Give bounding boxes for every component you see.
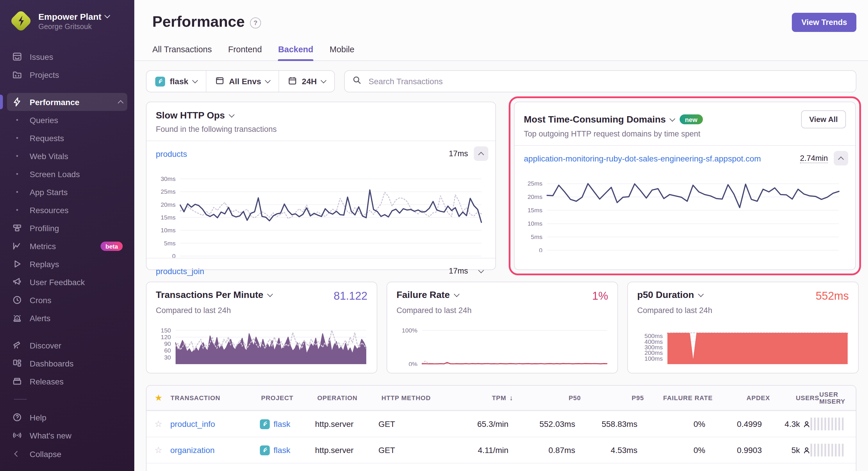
transaction-link-products[interactable]: products [156,149,187,158]
sidebar-item-replays[interactable]: Replays [7,255,127,273]
calendar-icon [288,76,297,87]
chevron-left-icon [12,452,22,456]
sidebar-item-issues[interactable]: Issues [7,47,127,66]
collapse-row-button[interactable] [474,146,488,161]
sidebar-item-label: What's new [30,431,71,440]
chevron-down-icon [267,291,273,297]
col-p95[interactable]: P95 [581,394,644,401]
sidebar-item-help[interactable]: Help [7,408,127,426]
sidebar-item-requests[interactable]: Requests [7,129,127,147]
sidebar-item-profiling[interactable]: Profiling [7,219,127,237]
failure-rate-title-dropdown[interactable]: Failure Rate [397,290,458,300]
col-user-misery[interactable]: USER MISERY [819,391,856,405]
operation-cell: http.server [315,445,378,455]
slow-http-ops-title-dropdown[interactable]: Slow HTTP Ops [156,110,234,121]
svg-text:20ms: 20ms [161,201,176,208]
sidebar-item-performance[interactable]: Performance [7,93,127,111]
transaction-link[interactable]: product_info [170,419,215,429]
view-trends-button[interactable]: View Trends [792,13,856,32]
domain-link[interactable]: application-monitoring-ruby-dot-sales-en… [524,154,761,163]
col-failure-rate[interactable]: FAILURE RATE [644,394,713,401]
sidebar-item-label: Issues [30,52,53,61]
sidebar-item-alerts[interactable]: Alerts [7,309,127,327]
sidebar-item-user-feedback[interactable]: User Feedback [7,273,127,291]
col-users[interactable]: USERS [770,394,819,401]
sidebar-item-whats-new[interactable]: What's new [7,426,127,444]
sidebar-item-label: Screen Loads [30,169,80,178]
page-header: Performance ? View Trends All Transactio… [134,0,868,61]
domains-title-dropdown[interactable]: Most Time-Consuming Domains [524,114,674,125]
org-user: George Gritsouk [38,22,110,31]
star-toggle-icon[interactable]: ☆ [154,445,162,455]
metrics-chart-icon [12,241,22,251]
time-spent-value[interactable]: 2.74min [800,154,828,163]
project-filter[interactable]: flask [147,71,206,92]
sidebar-item-label: Performance [30,97,80,107]
user-misery-bar [810,417,845,430]
apdex-cell: 0.9903 [705,445,762,455]
svg-text:25ms: 25ms [528,180,542,187]
user-misery-bar [810,444,845,457]
sidebar-item-queries[interactable]: Queries [7,111,127,129]
svg-text:5ms: 5ms [164,240,176,246]
sidebar-item-resources[interactable]: Resources [7,201,127,219]
date-range-filter[interactable]: 24H [278,71,334,92]
col-tpm[interactable]: TPM ↓ [452,394,514,402]
star-toggle-icon[interactable]: ☆ [154,419,162,429]
failure-rate-chart: 100%0% [397,328,608,366]
transaction-link-products-join[interactable]: products_join [156,266,204,276]
view-all-button[interactable]: View All [801,110,846,128]
col-transaction[interactable]: TRANSACTION [170,394,261,401]
duration-value: 17ms [449,149,468,158]
environment-filter[interactable]: All Envs [206,71,279,92]
sidebar-item-discover[interactable]: Discover [7,336,127,354]
sidebar-item-dashboards[interactable]: Dashboards [7,354,127,372]
sidebar-item-screen-loads[interactable]: Screen Loads [7,165,127,183]
tpm-title-dropdown[interactable]: Transactions Per Minute [156,290,272,300]
col-http-method[interactable]: HTTP METHOD [381,394,452,401]
most-time-consuming-domains-panel: Most Time-Consuming Domains new View All… [514,102,856,270]
transaction-link[interactable]: organization [170,445,215,455]
replays-play-icon [12,259,22,269]
sidebar-item-projects[interactable]: Projects [7,66,127,83]
svg-text:15ms: 15ms [161,214,176,221]
collapse-row-button[interactable] [834,151,848,166]
tab-backend[interactable]: Backend [278,45,313,60]
sidebar-item-metrics[interactable]: Metrics beta [7,237,127,255]
search-transactions[interactable] [344,70,856,92]
sidebar-collapse-button[interactable]: Collapse [7,445,127,463]
svg-text:0%: 0% [409,361,417,366]
org-switcher[interactable]: Empower Plant George Gritsouk [7,9,127,33]
environment-filter-value: All Envs [229,77,261,86]
svg-text:120: 120 [161,334,171,340]
operation-cell: http.server [315,419,378,429]
tab-all-transactions[interactable]: All Transactions [152,45,212,60]
sidebar-item-crons[interactable]: Crons [7,291,127,309]
svg-text:30: 30 [164,354,171,361]
col-operation[interactable]: OPERATION [317,394,382,401]
tab-mobile[interactable]: Mobile [330,45,354,60]
col-p50[interactable]: P50 [514,394,581,401]
slow-http-ops-chart: 30ms25ms20ms15ms10ms5ms0 [154,171,483,258]
expand-row-button[interactable] [474,264,488,278]
col-project[interactable]: PROJECT [261,394,317,401]
p50-title-dropdown[interactable]: p50 Duration [637,290,703,300]
sidebar-item-web-vitals[interactable]: Web Vitals [7,147,127,165]
sidebar-item-app-starts[interactable]: App Starts [7,183,127,201]
sidebar-item-releases[interactable]: Releases [7,372,127,390]
col-apdex[interactable]: APDEX [713,394,770,401]
help-circle-icon[interactable]: ? [250,17,261,28]
accordion-row-products-join: products_join 17ms [147,259,495,283]
starred-column-icon[interactable]: ★ [155,393,162,403]
search-input[interactable] [367,76,848,87]
p50-value: 552ms [816,290,849,303]
project-link[interactable]: flask [274,445,290,455]
bullet-icon [12,173,22,175]
tpm-chart: 150120906030 [156,324,367,366]
project-link[interactable]: flask [274,419,290,429]
tpm-cell: 4.11/min [447,445,508,455]
date-range-value: 24H [302,77,316,86]
accordion-row-domain: application-monitoring-ruby-dot-sales-en… [515,146,855,171]
p50-cell: 552.03ms [508,419,575,429]
tab-frontend[interactable]: Frontend [228,45,262,60]
